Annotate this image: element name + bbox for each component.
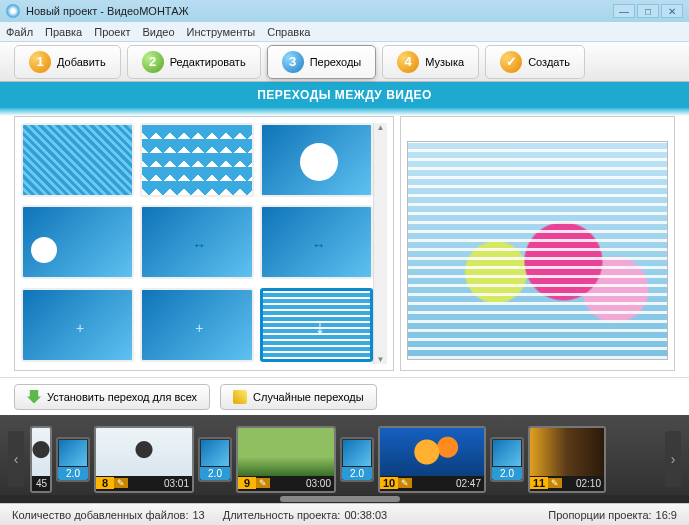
window-title: Новый проект - ВидеоМОНТАЖ xyxy=(26,5,611,17)
transition-duration: 2.0 xyxy=(342,467,372,480)
clip[interactable]: 8✎03:01 xyxy=(94,426,194,493)
transition-thumb[interactable] xyxy=(140,123,253,197)
transition-chip-thumb xyxy=(59,440,87,466)
status-aspect-value: 16:9 xyxy=(656,509,677,521)
status-aspect-label: Пропорции проекта: xyxy=(548,509,651,521)
transition-chip-thumb xyxy=(493,440,521,466)
menu-project[interactable]: Проект xyxy=(94,26,130,38)
transition-thumb[interactable] xyxy=(21,288,134,362)
menu-help[interactable]: Справка xyxy=(267,26,310,38)
transition-thumb[interactable] xyxy=(140,205,253,279)
tab-label: Переходы xyxy=(310,56,362,68)
maximize-button[interactable]: □ xyxy=(637,4,659,18)
status-files-value: 13 xyxy=(192,509,204,521)
tab-transitions[interactable]: 3Переходы xyxy=(267,45,377,79)
random-button[interactable]: Случайные переходы xyxy=(220,384,377,410)
clip-edit-button[interactable]: ✎ xyxy=(256,478,270,488)
clip-index: 10 xyxy=(380,477,398,489)
wand-icon xyxy=(233,390,247,404)
menu-tools[interactable]: Инструменты xyxy=(187,26,256,38)
clip-thumb xyxy=(530,428,604,476)
clip-index: 9 xyxy=(238,477,256,489)
titlebar: Новый проект - ВидеоМОНТАЖ — □ ✕ xyxy=(0,0,689,22)
transition-chip[interactable]: 2.0 xyxy=(56,437,90,482)
clip-thumb xyxy=(96,428,192,476)
clip-index: 11 xyxy=(530,477,548,489)
transition-chip-thumb xyxy=(343,440,371,466)
transition-thumb[interactable] xyxy=(21,205,134,279)
button-label: Установить переход для всех xyxy=(47,391,197,403)
button-label: Случайные переходы xyxy=(253,391,364,403)
clip-thumb xyxy=(238,428,334,476)
transition-duration: 2.0 xyxy=(200,467,230,480)
step-tabs: 1Добавить 2Редактировать 3Переходы 4Музы… xyxy=(0,42,689,82)
tab-edit[interactable]: 2Редактировать xyxy=(127,45,261,79)
transition-chip[interactable]: 2.0 xyxy=(198,437,232,482)
timeline: ‹ 452.08✎03:012.09✎03:002.010✎02:472.011… xyxy=(0,415,689,503)
transition-chip[interactable]: 2.0 xyxy=(490,437,524,482)
status-duration-label: Длительность проекта: xyxy=(223,509,341,521)
statusbar: Количество добавленных файлов: 13 Длител… xyxy=(0,503,689,525)
transition-chip[interactable]: 2.0 xyxy=(340,437,374,482)
transition-thumb-selected[interactable] xyxy=(260,288,373,362)
timeline-next-button[interactable]: › xyxy=(665,431,681,487)
tab-label: Добавить xyxy=(57,56,106,68)
clip-partial[interactable]: 45 xyxy=(30,426,52,493)
step-number-icon: 3 xyxy=(282,51,304,73)
minimize-button[interactable]: — xyxy=(613,4,635,18)
clip-edit-button[interactable]: ✎ xyxy=(114,478,128,488)
step-number-icon: 1 xyxy=(29,51,51,73)
status-duration-value: 00:38:03 xyxy=(344,509,387,521)
transitions-grid-panel xyxy=(14,116,394,371)
clip[interactable]: 11✎02:10 xyxy=(528,426,606,493)
clip-edit-button[interactable]: ✎ xyxy=(398,478,412,488)
apply-all-button[interactable]: Установить переход для всех xyxy=(14,384,210,410)
scrollbar-thumb[interactable] xyxy=(280,496,400,502)
status-files-label: Количество добавленных файлов: xyxy=(12,509,188,521)
clip[interactable]: 10✎02:47 xyxy=(378,426,486,493)
timeline-prev-button[interactable]: ‹ xyxy=(8,431,24,487)
clip-time: 03:01 xyxy=(128,478,192,489)
download-icon xyxy=(27,390,41,404)
clip-time: 03:00 xyxy=(270,478,334,489)
step-number-icon: 2 xyxy=(142,51,164,73)
menu-file[interactable]: Файл xyxy=(6,26,33,38)
tab-add[interactable]: 1Добавить xyxy=(14,45,121,79)
clip[interactable]: 9✎03:00 xyxy=(236,426,336,493)
menubar: Файл Правка Проект Видео Инструменты Спр… xyxy=(0,22,689,42)
step-number-icon: 4 xyxy=(397,51,419,73)
timeline-scrollbar[interactable] xyxy=(0,495,689,503)
tab-label: Создать xyxy=(528,56,570,68)
preview-panel xyxy=(400,116,675,371)
clip-time: 02:47 xyxy=(412,478,484,489)
tab-create[interactable]: Создать xyxy=(485,45,585,79)
clip-index: 8 xyxy=(96,477,114,489)
menu-video[interactable]: Видео xyxy=(142,26,174,38)
transition-thumb[interactable] xyxy=(260,205,373,279)
transition-thumb[interactable] xyxy=(21,123,134,197)
close-button[interactable]: ✕ xyxy=(661,4,683,18)
transition-chip-thumb xyxy=(201,440,229,466)
menu-edit[interactable]: Правка xyxy=(45,26,82,38)
action-bar: Установить переход для всех Случайные пе… xyxy=(0,377,689,415)
transitions-grid xyxy=(21,123,373,364)
transition-duration: 2.0 xyxy=(492,467,522,480)
tab-label: Редактировать xyxy=(170,56,246,68)
transition-thumb[interactable] xyxy=(260,123,373,197)
content-area xyxy=(0,108,689,377)
clip-time: 02:10 xyxy=(562,478,604,489)
preview-image xyxy=(407,141,668,360)
transition-thumb[interactable] xyxy=(140,288,253,362)
tab-label: Музыка xyxy=(425,56,464,68)
tab-music[interactable]: 4Музыка xyxy=(382,45,479,79)
scrollbar-vertical[interactable] xyxy=(373,123,387,364)
checkmark-icon xyxy=(500,51,522,73)
app-icon xyxy=(6,4,20,18)
clip-edit-button[interactable]: ✎ xyxy=(548,478,562,488)
transition-duration: 2.0 xyxy=(58,467,88,480)
clip-time: 45 xyxy=(32,478,50,489)
clip-thumb xyxy=(380,428,484,476)
section-header: ПЕРЕХОДЫ МЕЖДУ ВИДЕО xyxy=(0,82,689,108)
